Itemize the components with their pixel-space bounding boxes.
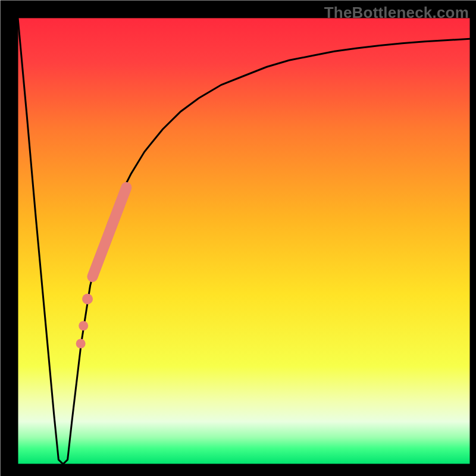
bottleneck-chart (0, 0, 476, 476)
highlight-dot (79, 321, 88, 331)
chart-container: TheBottleneck.com (0, 0, 476, 476)
highlight-dot (76, 339, 86, 349)
highlight-dot (82, 294, 93, 305)
watermark-text: TheBottleneck.com (324, 4, 469, 22)
gradient-background (18, 18, 470, 464)
